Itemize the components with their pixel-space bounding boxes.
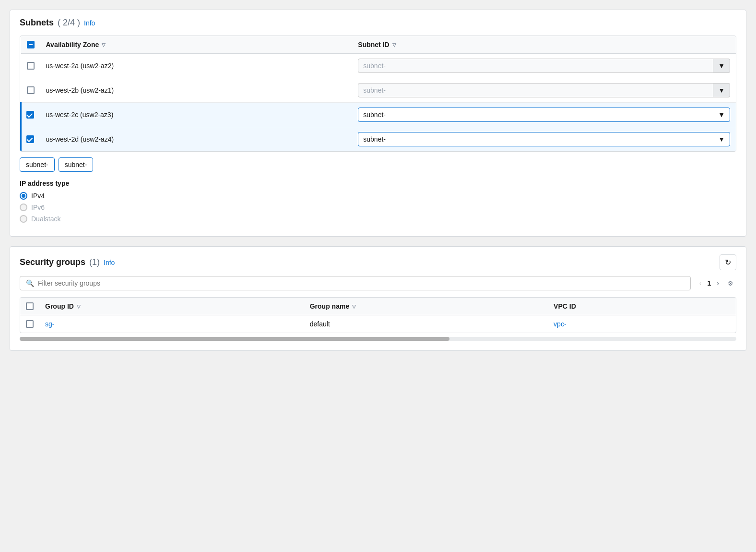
- dualstack-label: Dualstack: [31, 215, 60, 223]
- row1-az: us-west-2a (usw2-az2): [40, 54, 353, 78]
- row4-subnet-select[interactable]: subnet- ▼: [358, 132, 730, 146]
- row2-subnet: ▼: [352, 78, 736, 103]
- row2-subnet-input[interactable]: [358, 83, 713, 97]
- sg-row1-vpc-id[interactable]: vpc-: [554, 320, 566, 328]
- group-id-sort-icon: ▽: [77, 304, 81, 309]
- ip-address-label: IP address type: [20, 180, 736, 187]
- group-id-column-header: Group ID: [45, 302, 74, 310]
- row1-checkbox[interactable]: [27, 62, 35, 70]
- row1-dropdown-arrow-icon: ▼: [718, 62, 725, 70]
- row1-subnet-dropdown-btn[interactable]: ▼: [713, 59, 730, 73]
- sg-select-all-checkbox[interactable]: [26, 302, 34, 310]
- subnets-header: Subnets ( 2/4 ) Info: [20, 18, 736, 28]
- row3-subnet-value: subnet-: [363, 111, 386, 119]
- subnets-table: Availability Zone ▽ Subnet ID ▽: [20, 36, 736, 151]
- row4-subnet-value: subnet-: [363, 135, 386, 143]
- subnets-card: Subnets ( 2/4 ) Info Availability: [10, 10, 746, 237]
- security-groups-card: Security groups (1) Info ↻ 🔍 ‹ 1 › ⚙: [10, 246, 746, 351]
- group-name-column-header: Group name: [310, 302, 349, 310]
- ip-address-section: IP address type IPv4 IPv6 Dualstack: [20, 180, 736, 223]
- sg-search-container: 🔍: [20, 276, 691, 290]
- sg-row1-checkbox[interactable]: [26, 320, 34, 328]
- search-icon: 🔍: [26, 279, 34, 287]
- table-row: us-west-2c (usw2-az3) subnet- ▼: [21, 103, 736, 127]
- row2-subnet-dropdown-btn[interactable]: ▼: [713, 83, 730, 97]
- az-column-header: Availability Zone: [46, 41, 99, 48]
- subnets-title: Subnets: [20, 18, 54, 28]
- scroll-thumb: [20, 337, 449, 341]
- ipv6-option[interactable]: IPv6: [20, 204, 736, 211]
- row4-dropdown-arrow-icon: ▼: [718, 135, 725, 143]
- row3-az: us-west-2c (usw2-az3): [40, 103, 353, 127]
- subnet-tag-1[interactable]: subnet-: [20, 157, 55, 172]
- sg-info-link[interactable]: Info: [104, 259, 115, 266]
- table-row: us-west-2b (usw2-az1) ▼: [21, 78, 736, 103]
- sg-header: Security groups (1) Info ↻: [20, 254, 736, 270]
- row3-subnet: subnet- ▼: [352, 103, 736, 127]
- ipv4-option[interactable]: IPv4: [20, 192, 736, 200]
- ipv4-radio[interactable]: [20, 192, 27, 200]
- group-name-sort-icon: ▽: [352, 304, 356, 309]
- row2-az: us-west-2b (usw2-az1): [40, 78, 353, 103]
- subnets-info-link[interactable]: Info: [84, 19, 95, 27]
- sg-header-left: Security groups (1) Info: [20, 257, 115, 267]
- prev-page-button[interactable]: ‹: [697, 277, 705, 289]
- subnet-tags-container: subnet- subnet-: [20, 157, 736, 172]
- row4-subnet: subnet- ▼: [352, 127, 736, 152]
- subnets-count: ( 2/4 ): [58, 18, 80, 28]
- row3-checkbox[interactable]: [26, 111, 34, 119]
- sg-table: Group ID ▽ Group name ▽ VPC ID: [20, 298, 736, 333]
- dualstack-radio[interactable]: [20, 215, 27, 223]
- table-row: us-west-2d (usw2-az4) subnet- ▼: [21, 127, 736, 152]
- row4-az: us-west-2d (usw2-az4): [40, 127, 353, 152]
- sg-search-row: 🔍 ‹ 1 › ⚙: [20, 276, 736, 290]
- subnet-tag-2[interactable]: subnet-: [59, 157, 94, 172]
- sg-title: Security groups: [20, 257, 85, 267]
- row1-subnet: ▼: [352, 54, 736, 78]
- refresh-button[interactable]: ↻: [720, 254, 736, 270]
- subnet-id-column-header: Subnet ID: [358, 41, 389, 48]
- sg-pagination: ‹ 1 › ⚙: [697, 277, 736, 289]
- page-number: 1: [708, 279, 711, 287]
- row4-checkbox[interactable]: [26, 135, 34, 143]
- table-settings-button[interactable]: ⚙: [725, 278, 736, 289]
- horizontal-scrollbar[interactable]: [20, 337, 736, 341]
- ipv6-radio[interactable]: [20, 204, 27, 211]
- dualstack-option[interactable]: Dualstack: [20, 215, 736, 223]
- sg-row1-group-id[interactable]: sg-: [45, 320, 54, 328]
- sg-table-wrapper: Group ID ▽ Group name ▽ VPC ID: [20, 297, 736, 333]
- select-all-checkbox[interactable]: [27, 41, 35, 48]
- table-row: us-west-2a (usw2-az2) ▼: [21, 54, 736, 78]
- subnets-table-wrapper: Availability Zone ▽ Subnet ID ▽: [20, 36, 736, 152]
- row2-dropdown-arrow-icon: ▼: [718, 86, 725, 94]
- sg-row1-group-name: default: [304, 315, 548, 333]
- ipv4-label: IPv4: [31, 192, 45, 200]
- row1-subnet-input[interactable]: [358, 59, 713, 73]
- subnet-sort-icon: ▽: [392, 42, 396, 48]
- row3-dropdown-arrow-icon: ▼: [718, 111, 725, 119]
- vpc-id-column-header: VPC ID: [554, 302, 576, 310]
- row2-checkbox[interactable]: [27, 86, 35, 94]
- sg-count: (1): [89, 257, 100, 267]
- row3-subnet-select[interactable]: subnet- ▼: [358, 108, 730, 122]
- table-row: sg- default vpc-: [20, 315, 736, 333]
- next-page-button[interactable]: ›: [714, 277, 722, 289]
- ipv6-label: IPv6: [31, 204, 45, 211]
- refresh-icon: ↻: [725, 258, 731, 267]
- sg-search-input[interactable]: [38, 279, 685, 287]
- az-sort-icon: ▽: [102, 42, 106, 48]
